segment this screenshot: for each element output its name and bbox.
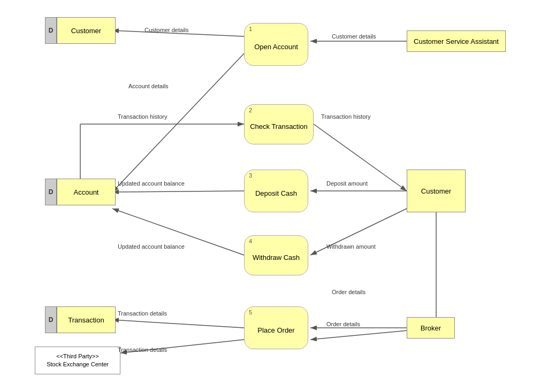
- uc1-num: 1: [249, 26, 252, 32]
- label-transaction-details-po: Transaction details: [118, 310, 167, 317]
- label-customer-details-csa: Customer details: [332, 33, 376, 40]
- label-transaction-history-left: Transaction history: [118, 113, 168, 120]
- label-updated-balance-withdraw: Updated account balance: [118, 243, 185, 250]
- use-case-deposit-cash: 3 Deposit Cash: [244, 170, 308, 212]
- entity-customer-top: Customer: [57, 17, 116, 44]
- uc5-label: Place Order: [257, 326, 294, 334]
- uc3-num: 3: [249, 172, 252, 179]
- label-withdrawn-amount: Withdrawn amount: [326, 243, 376, 250]
- entity-customer-right: Customer: [407, 170, 466, 212]
- entity-account: Account: [57, 179, 116, 205]
- label-transaction-history-right: Transaction history: [321, 113, 371, 120]
- entity-third-party: <<Third Party>>Stock Exchange Center: [35, 347, 120, 374]
- label-account-details: Account details: [128, 83, 169, 89]
- use-case-open-account: 1 Open Account: [244, 23, 308, 66]
- use-case-place-order: 5 Place Order: [244, 306, 308, 349]
- uc2-num: 2: [249, 107, 252, 113]
- uc4-num: 4: [249, 238, 252, 244]
- svg-line-4: [112, 53, 244, 192]
- uc5-num: 5: [249, 309, 252, 316]
- label-customer-details-oc: Customer details: [144, 27, 189, 33]
- entity-transaction: Transaction: [57, 306, 116, 333]
- label-deposit-amount: Deposit amount: [326, 180, 368, 187]
- label-transaction-details-tp: Transaction details: [118, 347, 167, 353]
- use-case-check-transaction: 2 Check Transaction: [244, 104, 314, 144]
- entity-d-customer-top: D: [45, 17, 57, 44]
- uc3-label: Deposit Cash: [255, 189, 297, 197]
- svg-line-12: [112, 320, 244, 328]
- label-updated-balance-deposit: Updated account balance: [118, 180, 185, 187]
- svg-line-9: [112, 191, 244, 192]
- diagram: 1 Open Account 2 Check Transaction 3 Dep…: [0, 0, 548, 392]
- label-order-details-broker: Order details: [326, 321, 360, 327]
- use-case-withdraw-cash: 4 Withdraw Cash: [244, 235, 308, 275]
- entity-d-account: D: [45, 179, 57, 205]
- entity-customer-service: Customer Service Assistant: [407, 30, 506, 52]
- uc2-label: Check Transaction: [250, 122, 308, 130]
- label-order-details-customer: Order details: [332, 289, 366, 295]
- uc1-label: Open Account: [254, 43, 298, 51]
- entity-d-transaction: D: [45, 306, 57, 333]
- uc4-label: Withdraw Cash: [253, 253, 300, 262]
- entity-broker: Broker: [407, 317, 455, 339]
